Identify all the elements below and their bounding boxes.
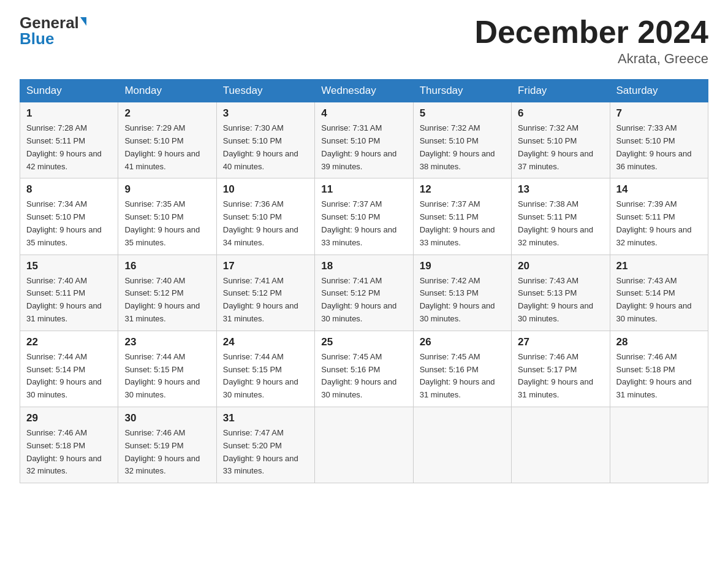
calendar-day-cell: 7Sunrise: 7:33 AMSunset: 5:10 PMDaylight…	[610, 102, 708, 178]
day-info: Sunrise: 7:33 AMSunset: 5:10 PMDaylight:…	[616, 122, 702, 173]
day-info: Sunrise: 7:46 AMSunset: 5:19 PMDaylight:…	[124, 427, 210, 478]
calendar-day-cell: 24Sunrise: 7:44 AMSunset: 5:15 PMDayligh…	[216, 331, 314, 407]
calendar-day-cell	[512, 407, 610, 483]
calendar-day-cell: 21Sunrise: 7:43 AMSunset: 5:14 PMDayligh…	[610, 255, 708, 331]
day-info: Sunrise: 7:38 AMSunset: 5:11 PMDaylight:…	[518, 198, 603, 249]
calendar-day-cell: 28Sunrise: 7:46 AMSunset: 5:18 PMDayligh…	[610, 331, 708, 407]
day-info: Sunrise: 7:44 AMSunset: 5:14 PMDaylight:…	[26, 351, 112, 402]
day-number: 12	[420, 183, 505, 196]
calendar-day-cell: 4Sunrise: 7:31 AMSunset: 5:10 PMDaylight…	[315, 102, 413, 178]
logo-general-text: General	[20, 15, 79, 31]
calendar-day-cell: 23Sunrise: 7:44 AMSunset: 5:15 PMDayligh…	[118, 331, 216, 407]
day-info: Sunrise: 7:35 AMSunset: 5:10 PMDaylight:…	[124, 198, 210, 249]
day-info: Sunrise: 7:37 AMSunset: 5:11 PMDaylight:…	[420, 198, 505, 249]
day-number: 23	[124, 336, 210, 348]
day-info: Sunrise: 7:31 AMSunset: 5:10 PMDaylight:…	[321, 122, 406, 173]
day-info: Sunrise: 7:34 AMSunset: 5:10 PMDaylight:…	[26, 198, 112, 249]
calendar-table: Sunday Monday Tuesday Wednesday Thursday…	[20, 79, 708, 483]
day-info: Sunrise: 7:29 AMSunset: 5:10 PMDaylight:…	[124, 122, 210, 173]
day-info: Sunrise: 7:46 AMSunset: 5:18 PMDaylight:…	[616, 351, 702, 402]
day-info: Sunrise: 7:28 AMSunset: 5:11 PMDaylight:…	[26, 122, 112, 173]
col-thursday: Thursday	[413, 80, 511, 102]
col-tuesday: Tuesday	[216, 80, 314, 102]
day-number: 3	[223, 107, 308, 120]
day-number: 1	[26, 107, 112, 120]
location-subtitle: Akrata, Greece	[474, 51, 708, 67]
day-number: 30	[124, 412, 210, 424]
day-number: 14	[616, 183, 702, 196]
calendar-day-cell: 15Sunrise: 7:40 AMSunset: 5:11 PMDayligh…	[20, 255, 118, 331]
day-info: Sunrise: 7:42 AMSunset: 5:13 PMDaylight:…	[420, 275, 505, 326]
day-number: 9	[124, 183, 210, 196]
calendar-day-cell: 1Sunrise: 7:28 AMSunset: 5:11 PMDaylight…	[20, 102, 118, 178]
calendar-day-cell: 12Sunrise: 7:37 AMSunset: 5:11 PMDayligh…	[413, 178, 511, 255]
col-saturday: Saturday	[610, 80, 708, 102]
day-number: 5	[420, 107, 505, 120]
day-info: Sunrise: 7:44 AMSunset: 5:15 PMDaylight:…	[124, 351, 210, 402]
day-number: 17	[223, 260, 308, 272]
day-info: Sunrise: 7:46 AMSunset: 5:18 PMDaylight:…	[26, 427, 112, 478]
calendar-day-cell: 18Sunrise: 7:41 AMSunset: 5:12 PMDayligh…	[315, 255, 413, 331]
calendar-week-row: 29Sunrise: 7:46 AMSunset: 5:18 PMDayligh…	[20, 407, 708, 483]
logo-triangle-icon	[80, 17, 86, 26]
calendar-day-cell: 27Sunrise: 7:46 AMSunset: 5:17 PMDayligh…	[512, 331, 610, 407]
calendar-day-cell: 25Sunrise: 7:45 AMSunset: 5:16 PMDayligh…	[315, 331, 413, 407]
day-number: 10	[223, 183, 308, 196]
day-info: Sunrise: 7:46 AMSunset: 5:17 PMDaylight:…	[518, 351, 603, 402]
day-number: 6	[518, 107, 603, 120]
col-sunday: Sunday	[20, 80, 118, 102]
col-monday: Monday	[118, 80, 216, 102]
day-info: Sunrise: 7:40 AMSunset: 5:11 PMDaylight:…	[26, 275, 112, 326]
col-friday: Friday	[512, 80, 610, 102]
calendar-day-cell: 26Sunrise: 7:45 AMSunset: 5:16 PMDayligh…	[413, 331, 511, 407]
day-info: Sunrise: 7:30 AMSunset: 5:10 PMDaylight:…	[223, 122, 308, 173]
calendar-day-cell: 9Sunrise: 7:35 AMSunset: 5:10 PMDaylight…	[118, 178, 216, 255]
header-row: Sunday Monday Tuesday Wednesday Thursday…	[20, 80, 708, 102]
calendar-day-cell: 17Sunrise: 7:41 AMSunset: 5:12 PMDayligh…	[216, 255, 314, 331]
day-info: Sunrise: 7:37 AMSunset: 5:10 PMDaylight:…	[321, 198, 406, 249]
day-number: 19	[420, 260, 505, 272]
col-wednesday: Wednesday	[315, 80, 413, 102]
day-number: 27	[518, 336, 603, 348]
calendar-day-cell: 13Sunrise: 7:38 AMSunset: 5:11 PMDayligh…	[512, 178, 610, 255]
calendar-day-cell: 6Sunrise: 7:32 AMSunset: 5:10 PMDaylight…	[512, 102, 610, 178]
calendar-week-row: 8Sunrise: 7:34 AMSunset: 5:10 PMDaylight…	[20, 178, 708, 255]
day-number: 7	[616, 107, 702, 120]
day-number: 29	[26, 412, 112, 424]
day-info: Sunrise: 7:36 AMSunset: 5:10 PMDaylight:…	[223, 198, 308, 249]
calendar-day-cell: 31Sunrise: 7:47 AMSunset: 5:20 PMDayligh…	[216, 407, 314, 483]
day-number: 24	[223, 336, 308, 348]
day-info: Sunrise: 7:41 AMSunset: 5:12 PMDaylight:…	[321, 275, 406, 326]
calendar-week-row: 15Sunrise: 7:40 AMSunset: 5:11 PMDayligh…	[20, 255, 708, 331]
day-number: 16	[124, 260, 210, 272]
calendar-day-cell: 5Sunrise: 7:32 AMSunset: 5:10 PMDaylight…	[413, 102, 511, 178]
day-number: 25	[321, 336, 406, 348]
calendar-day-cell: 8Sunrise: 7:34 AMSunset: 5:10 PMDaylight…	[20, 178, 118, 255]
logo: General Blue	[20, 15, 86, 47]
day-info: Sunrise: 7:32 AMSunset: 5:10 PMDaylight:…	[518, 122, 603, 173]
day-number: 15	[26, 260, 112, 272]
calendar-day-cell: 22Sunrise: 7:44 AMSunset: 5:14 PMDayligh…	[20, 331, 118, 407]
day-info: Sunrise: 7:43 AMSunset: 5:13 PMDaylight:…	[518, 275, 603, 326]
calendar-day-cell: 14Sunrise: 7:39 AMSunset: 5:11 PMDayligh…	[610, 178, 708, 255]
calendar-day-cell: 11Sunrise: 7:37 AMSunset: 5:10 PMDayligh…	[315, 178, 413, 255]
day-info: Sunrise: 7:39 AMSunset: 5:11 PMDaylight:…	[616, 198, 702, 249]
day-info: Sunrise: 7:44 AMSunset: 5:15 PMDaylight:…	[223, 351, 308, 402]
day-number: 26	[420, 336, 505, 348]
day-info: Sunrise: 7:45 AMSunset: 5:16 PMDaylight:…	[321, 351, 406, 402]
day-number: 28	[616, 336, 702, 348]
logo-blue-text: Blue	[20, 31, 54, 47]
day-info: Sunrise: 7:41 AMSunset: 5:12 PMDaylight:…	[223, 275, 308, 326]
day-info: Sunrise: 7:43 AMSunset: 5:14 PMDaylight:…	[616, 275, 702, 326]
day-info: Sunrise: 7:47 AMSunset: 5:20 PMDaylight:…	[223, 427, 308, 478]
calendar-week-row: 1Sunrise: 7:28 AMSunset: 5:11 PMDaylight…	[20, 102, 708, 178]
calendar-day-cell	[315, 407, 413, 483]
day-number: 31	[223, 412, 308, 424]
calendar-day-cell	[413, 407, 511, 483]
calendar-day-cell	[610, 407, 708, 483]
calendar-week-row: 22Sunrise: 7:44 AMSunset: 5:14 PMDayligh…	[20, 331, 708, 407]
day-number: 8	[26, 183, 112, 196]
day-number: 2	[124, 107, 210, 120]
day-info: Sunrise: 7:32 AMSunset: 5:10 PMDaylight:…	[420, 122, 505, 173]
day-number: 22	[26, 336, 112, 348]
